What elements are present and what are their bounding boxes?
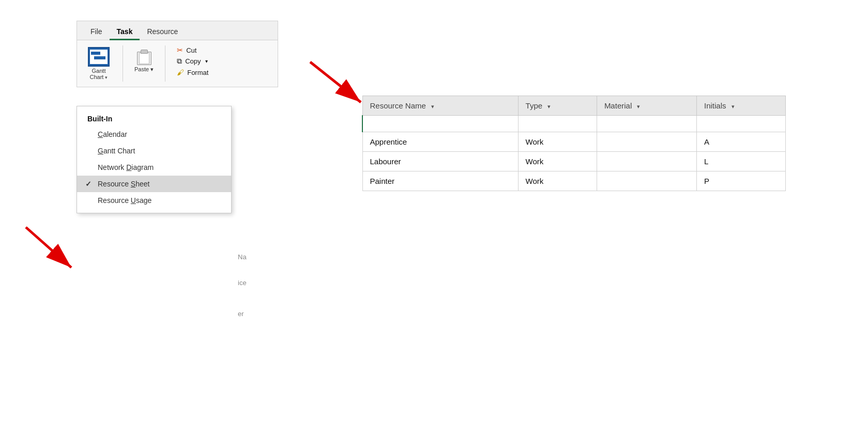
cell-resource-name-painter[interactable]: Painter [362,171,518,191]
cut-button[interactable]: ✂ Cut [175,45,210,55]
col-type[interactable]: Type ▾ [518,96,597,116]
dropdown-item-label: Network Diagram [98,163,154,171]
ribbon-divider [123,45,123,82]
checkmark-icon: ✓ [85,180,92,188]
dropdown-item-label: Resource Usage [98,196,151,205]
dropdown-item-label: Resource Sheet [98,180,149,188]
material-sort-arrow: ▾ [637,103,640,109]
dropdown-item-resource-usage[interactable]: Resource Usage [77,192,231,209]
paste-dropdown-arrow: ▾ [150,66,154,72]
dropdown-item-network-diagram[interactable]: Network Diagram [77,159,231,176]
copy-button[interactable]: ⧉ Copy ▾ [175,56,210,66]
cell-initials-apprentice: A [697,132,786,152]
copy-icon: ⧉ [177,57,182,66]
tab-resource[interactable]: Resource [140,24,185,40]
view-dropdown-menu: Built-In Calendar Gantt Chart Network Di… [77,106,232,213]
paste-button[interactable]: Paste ▾ [130,44,158,75]
paste-icon [135,46,154,65]
dropdown-section-header: Built-In [77,111,231,126]
clipboard-group: ✂ Cut ⧉ Copy ▾ 🖌 Format [173,44,212,78]
col-resource-name[interactable]: Resource Name ▾ [362,96,518,116]
table-row: Labourer Work L [362,152,786,171]
ribbon-body: GanttChart ▾ Paste ▾ ✂ Cut ⧉ Copy [77,40,278,87]
data-table: Resource Name ▾ Type ▾ Material ▾ Initia… [362,96,786,191]
dropdown-item-calendar[interactable]: Calendar [77,126,231,143]
svg-line-1 [310,62,361,102]
ribbon-tabs: File Task Resource [77,21,278,40]
cell-resource-name-labourer[interactable]: Labourer [362,152,518,171]
behind-menu-text-2: ice [238,279,247,287]
cell-initials-painter: P [697,171,786,191]
gantt-chart-icon [88,47,110,67]
tab-task[interactable]: Task [110,24,140,40]
cut-icon: ✂ [177,46,183,54]
format-paintbrush-icon: 🖌 [177,68,184,76]
dropdown-item-label: Calendar [98,130,127,138]
format-button[interactable]: 🖌 Format [175,68,210,77]
cell-resource-name-empty[interactable] [362,116,518,132]
cell-resource-name-apprentice[interactable]: Apprentice [362,132,518,152]
col-material[interactable]: Material ▾ [597,96,696,116]
ribbon: File Task Resource GanttChart ▾ [77,21,278,87]
cell-type-painter: Work [518,171,597,191]
ribbon-divider-2 [165,45,165,82]
cell-material-labourer [597,152,696,171]
cell-material-empty [597,116,696,132]
gantt-dropdown-arrow: ▾ [105,75,108,80]
cell-initials-labourer: L [697,152,786,171]
behind-menu-text-3: er [238,310,244,318]
table-header-row: Resource Name ▾ Type ▾ Material ▾ Initia… [362,96,786,116]
cell-material-apprentice [597,132,696,152]
behind-menu-text-1: Na [238,253,247,261]
cell-material-painter [597,171,696,191]
type-sort-arrow: ▾ [547,103,551,109]
table-row: Painter Work P [362,171,786,191]
table-row [362,116,786,132]
col-initials[interactable]: Initials ▾ [697,96,786,116]
copy-dropdown-arrow: ▾ [205,58,208,64]
red-arrow-left [16,217,88,279]
cell-type-apprentice: Work [518,132,597,152]
cell-type-empty [518,116,597,132]
initials-sort-arrow: ▾ [732,103,735,109]
dropdown-item-gantt-chart[interactable]: Gantt Chart [77,143,231,159]
resource-name-sort-arrow: ▾ [431,103,434,109]
tab-file[interactable]: File [83,24,110,40]
svg-line-3 [26,227,71,268]
cell-type-labourer: Work [518,152,597,171]
resource-table: Resource Name ▾ Type ▾ Material ▾ Initia… [362,96,786,191]
cell-initials-empty [697,116,786,132]
dropdown-item-label: Gantt Chart [98,147,135,155]
dropdown-item-resource-sheet[interactable]: ✓ Resource Sheet [77,176,231,192]
gantt-chart-button[interactable]: GanttChart ▾ [82,44,115,83]
table-row: Apprentice Work A [362,132,786,152]
